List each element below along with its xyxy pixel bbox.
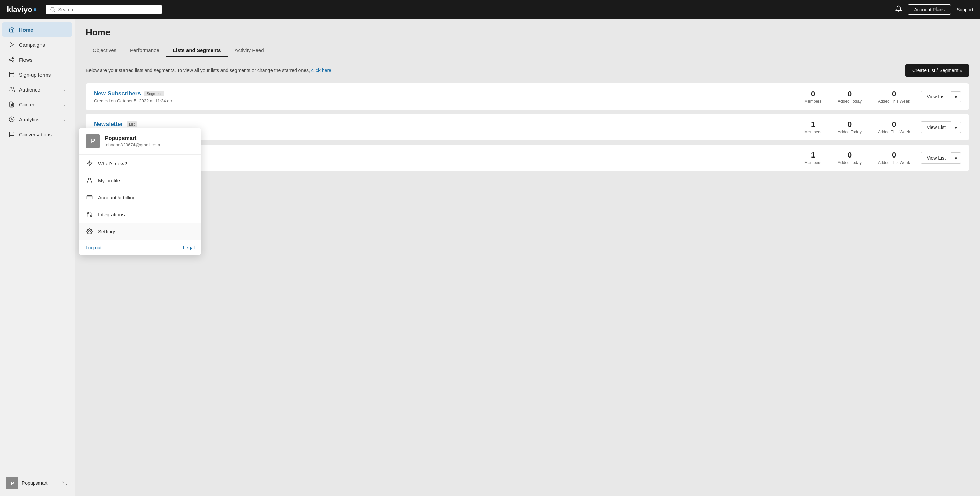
stat-added-this-week: 0 Added This Week [878,120,910,134]
sidebar-item-label: Sign-up forms [19,72,51,78]
my-profile-icon [86,176,93,184]
flows-icon [8,56,15,63]
sidebar-item-audience[interactable]: Audience ⌄ [2,82,73,97]
sidebar-item-signup-forms[interactable]: Sign-up forms [2,67,73,82]
stat-label: Added This Week [878,99,910,104]
popup-user-header: P Popupsmart johndoe320674@gmail.com [79,128,202,155]
list-item-row: Newsletter List Created on October 5, 20… [86,114,969,140]
view-list-button[interactable]: View List [921,152,951,164]
tab-performance[interactable]: Performance [123,44,166,57]
logout-link[interactable]: Log out [86,245,102,250]
stat-members: 1 Members [804,151,821,165]
support-link[interactable]: Support [956,7,973,12]
create-list-segment-button[interactable]: Create List / Segment » [905,64,969,76]
sidebar-bottom: P Popupsmart ⌃⌄ [0,470,75,496]
account-plans-button[interactable]: Account Plans [907,5,951,14]
search-icon [50,7,56,12]
tab-objectives[interactable]: Objectives [86,44,123,57]
sidebar-item-flows[interactable]: Flows [2,52,73,67]
popup-menu-label: Integrations [98,211,124,218]
sidebar: Home Campaigns Flows Sign-up forms [0,19,75,496]
view-list-group: View List ▾ [921,152,961,164]
nav-right: Account Plans Support [895,5,973,14]
stat-added-today: 0 Added Today [838,89,862,104]
click-here-link[interactable]: click here. [311,68,333,73]
list-item-row: 83 Account billing List Created on Octob… [86,145,969,171]
list-type-tag: List [127,121,137,127]
popup-email: johndoe320674@gmail.com [105,142,160,147]
sidebar-item-campaigns[interactable]: Campaigns [2,37,73,52]
popup-footer: Log out Legal [79,240,202,255]
stat-added-this-week: 0 Added This Week [878,151,910,165]
tab-lists-and-segments[interactable]: Lists and Segments [166,44,228,57]
stat-added-today: 0 Added Today [838,120,862,134]
sidebar-item-label: Conversations [19,132,52,137]
account-billing-icon [86,194,93,201]
list-item-info: New Subscribers Segment Created on Octob… [94,90,804,103]
popup-menu-whats-new[interactable]: What's new? [79,155,202,172]
sidebar-item-content[interactable]: Content ⌄ [2,97,73,111]
svg-point-4 [9,59,11,60]
logo: klaviyo [7,5,37,14]
user-info[interactable]: P Popupsmart ⌃⌄ [3,474,72,492]
stat-label: Members [804,160,821,165]
home-icon [8,26,15,33]
svg-marker-15 [87,161,92,166]
stat-label: Added Today [838,99,862,104]
list-item-name: New Subscribers Segment [94,90,804,97]
sidebar-item-label: Audience [19,87,40,92]
svg-point-3 [12,57,14,59]
stat-label: Added This Week [878,160,910,165]
notifications-button[interactable] [895,5,902,14]
popup-avatar: P [86,134,100,148]
popup-username: Popupsmart [105,135,160,141]
legal-link[interactable]: Legal [183,245,195,250]
svg-point-11 [10,87,12,89]
svg-point-5 [12,60,14,62]
stat-added-today: 0 Added Today [838,151,862,165]
bell-icon [895,5,902,12]
view-list-button[interactable]: View List [921,121,951,133]
list-stats: 1 Members 0 Added Today 0 Added This Wee… [804,151,910,165]
audience-chevron-icon: ⌄ [63,87,66,92]
search-input[interactable] [58,7,158,12]
audience-icon [8,86,15,93]
popup-menu-my-profile[interactable]: My profile [79,172,202,189]
view-list-group: View List ▾ [921,121,961,133]
sidebar-item-analytics[interactable]: Analytics ⌄ [2,112,73,127]
list-type-tag: Segment [144,91,164,96]
view-list-dropdown-button[interactable]: ▾ [951,91,961,102]
stat-label: Members [804,99,821,104]
stat-value: 0 [804,89,821,98]
svg-marker-2 [10,42,14,47]
search-bar[interactable] [46,5,162,14]
svg-line-7 [11,58,12,59]
popup-menu-label: Settings [98,229,116,234]
view-list-dropdown-button[interactable]: ▾ [951,122,961,133]
stat-value: 0 [838,89,862,98]
popup-menu-settings[interactable]: Settings [79,223,202,240]
list-name-link[interactable]: New Subscribers [94,90,141,97]
info-bar: Below are your starred lists and segment… [86,64,969,76]
svg-line-1 [54,11,55,11]
list-name-link[interactable]: Newsletter [94,121,123,127]
svg-rect-8 [9,72,14,77]
whats-new-icon [86,159,93,167]
page-title: Home [86,27,969,38]
popup-menu-label: My profile [98,178,120,183]
stat-label: Added Today [838,130,862,134]
popup-menu-integrations[interactable]: Integrations [79,206,202,223]
stat-value: 0 [838,120,862,129]
view-list-dropdown-button[interactable]: ▾ [951,153,961,164]
view-list-button[interactable]: View List [921,91,951,102]
analytics-chevron-icon: ⌄ [63,117,66,122]
popup-menu-account-billing[interactable]: Account & billing [79,189,202,206]
tab-activity-feed[interactable]: Activity Feed [228,44,271,57]
tabs: Objectives Performance Lists and Segment… [86,44,969,57]
svg-point-0 [51,8,54,11]
stat-value: 0 [878,151,910,159]
svg-line-6 [11,60,12,61]
sidebar-item-conversations[interactable]: Conversations [2,127,73,141]
sidebar-item-home[interactable]: Home [2,22,73,37]
svg-point-20 [87,212,89,214]
